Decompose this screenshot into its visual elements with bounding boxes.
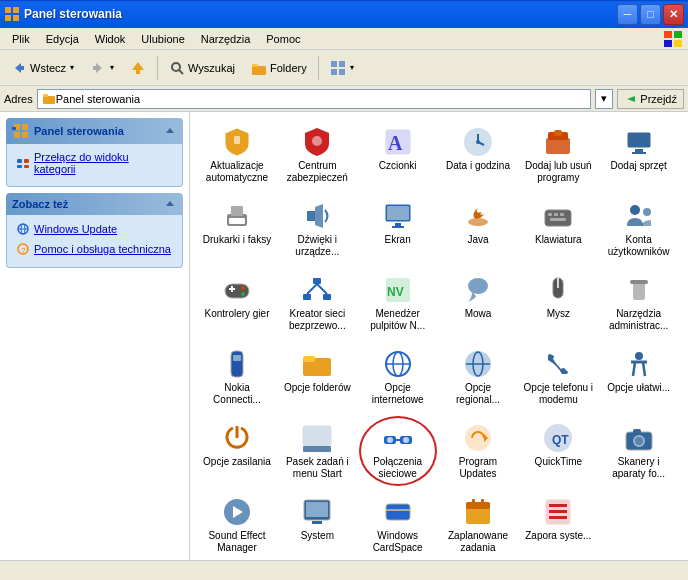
svg-rect-20	[331, 69, 337, 75]
up-button[interactable]	[123, 54, 153, 82]
sidebar-section-also-body: Windows Update ? Pomoc i obsługa technic…	[6, 215, 183, 268]
icon-item-opcje-tel[interactable]: Opcje telefonu i modemu	[519, 342, 597, 412]
icon-item-ekran[interactable]: Ekran	[359, 194, 437, 264]
ekran-label: Ekran	[385, 234, 411, 246]
svg-text:QT: QT	[552, 433, 569, 447]
svg-rect-89	[231, 351, 243, 377]
close-button[interactable]: ✕	[663, 4, 684, 25]
menu-pomoc[interactable]: Pomoc	[258, 31, 308, 47]
icon-item-dzwieki[interactable]: Dźwięki i urządze...	[278, 194, 356, 264]
sidebar-link-windows-update[interactable]: Windows Update	[15, 221, 174, 237]
icon-item-program[interactable]: Program Updates	[439, 416, 517, 486]
icon-item-system[interactable]: System	[278, 490, 356, 560]
opcje-int-label: Opcje internetowe	[363, 382, 433, 406]
forward-button[interactable]: ▾	[83, 54, 121, 82]
klawiatura-label: Klawiatura	[535, 234, 582, 246]
dzwieki-label: Dźwięki i urządze...	[282, 234, 352, 258]
menu-plik[interactable]: Plik	[4, 31, 38, 47]
address-dropdown[interactable]: ▾	[595, 89, 613, 109]
icon-item-kreator[interactable]: Kreator sieci bezprzewo...	[278, 268, 356, 338]
icon-item-opcje-int[interactable]: Opcje internetowe	[359, 342, 437, 412]
icon-item-zapora[interactable]: Zapora syste...	[519, 490, 597, 560]
svg-text:NV: NV	[387, 285, 404, 299]
opcje-reg-icon	[462, 348, 494, 380]
back-button[interactable]: Wstecz ▾	[4, 54, 81, 82]
opcje-zasil-icon	[221, 422, 253, 454]
icon-item-pasek[interactable]: Pasek zadań i menu Start	[278, 416, 356, 486]
icon-item-opcje-reg[interactable]: Opcje regional...	[439, 342, 517, 412]
icon-item-klawiatura[interactable]: Klawiatura	[519, 194, 597, 264]
svg-rect-17	[252, 64, 258, 67]
svg-rect-53	[635, 149, 643, 152]
ekran-icon	[382, 200, 414, 232]
svg-rect-66	[548, 213, 552, 216]
sidebar-also-title: Zobacz też	[12, 198, 68, 210]
klawiatura-icon	[542, 200, 574, 232]
back-arrow: ▾	[70, 63, 74, 72]
aktualizacje-icon	[221, 126, 253, 158]
main-layout: Panel sterowania Przełącz do widoku kate…	[0, 112, 688, 560]
maximize-button[interactable]: □	[640, 4, 661, 25]
svg-point-84	[468, 278, 488, 294]
svg-rect-51	[554, 130, 562, 136]
icon-item-sound[interactable]: Sound Effect Manager	[198, 490, 276, 560]
svg-rect-77	[313, 278, 321, 284]
help-icon: ?	[16, 242, 30, 256]
polaczenia-icon	[382, 422, 414, 454]
sound-label: Sound Effect Manager	[202, 530, 272, 554]
svg-rect-29	[12, 127, 16, 130]
icon-item-polaczenia[interactable]: Połączenia sieciowe	[359, 416, 437, 486]
icon-item-konta[interactable]: Konta użytkowników	[600, 194, 678, 264]
icon-item-windows-card[interactable]: Windows CardSpace	[359, 490, 437, 560]
icon-item-mowa[interactable]: Mowa	[439, 268, 517, 338]
icon-item-zaplanowane[interactable]: Zaplanowane zadania	[439, 490, 517, 560]
svg-rect-74	[231, 286, 233, 292]
icon-item-mysz[interactable]: Mysz	[519, 268, 597, 338]
address-input[interactable]	[56, 93, 587, 105]
data-icon	[462, 126, 494, 158]
go-button[interactable]: Przejdź	[617, 89, 684, 109]
svg-rect-61	[387, 206, 409, 220]
icon-item-menedzer[interactable]: NVMenedżer pulpitów N...	[359, 268, 437, 338]
icon-item-data[interactable]: Data i godzina	[439, 120, 517, 190]
icon-item-centrum[interactable]: Centrum zabezpieczeń	[278, 120, 356, 190]
folders-button[interactable]: Foldery	[244, 54, 314, 82]
icon-item-czcionki[interactable]: ACzcionki	[359, 120, 437, 190]
icon-item-narzedzia[interactable]: Narzędzia administrac...	[600, 268, 678, 338]
sidebar-link-help[interactable]: ? Pomoc i obsługa techniczna	[15, 241, 174, 257]
icon-item-opcje-fold[interactable]: Opcje folderów	[278, 342, 356, 412]
sidebar-link-category[interactable]: Przełącz do widoku kategorii	[15, 150, 174, 176]
czcionki-icon: A	[382, 126, 414, 158]
view-button[interactable]: ▾	[323, 54, 361, 82]
svg-text:?: ?	[21, 246, 26, 255]
icon-item-quicktime[interactable]: QTQuickTime	[519, 416, 597, 486]
icon-item-java[interactable]: Java	[439, 194, 517, 264]
svg-rect-131	[549, 516, 567, 519]
icon-item-kontrolery[interactable]: Kontrolery gier	[198, 268, 276, 338]
menu-narzedzia[interactable]: Narzędzia	[193, 31, 259, 47]
program-label: Program Updates	[443, 456, 513, 480]
windows-update-label: Windows Update	[34, 223, 117, 235]
zaplanowane-icon	[462, 496, 494, 528]
svg-marker-59	[315, 204, 323, 228]
search-button[interactable]: Wyszukaj	[162, 54, 242, 82]
icon-item-drukarki[interactable]: Drukarki i faksy	[198, 194, 276, 264]
pasek-label: Pasek zadań i menu Start	[282, 456, 352, 480]
menu-widok[interactable]: Widok	[87, 31, 134, 47]
menu-edycja[interactable]: Edycja	[38, 31, 87, 47]
icon-item-opcje-ulatw[interactable]: Opcje ułatwi...	[600, 342, 678, 412]
minimize-button[interactable]: ─	[617, 4, 638, 25]
icon-item-aktualizacje[interactable]: Aktualizacje automatyczne	[198, 120, 276, 190]
icon-item-dodaj-sprzet[interactable]: Dodaj sprzęt	[600, 120, 678, 190]
icon-item-skanery[interactable]: Skanery i aparaty fo...	[600, 416, 678, 486]
icon-item-dodaj[interactable]: Dodaj lub usuń programy	[519, 120, 597, 190]
svg-rect-4	[664, 31, 672, 38]
icon-item-opcje-zasil[interactable]: Opcje zasilania	[198, 416, 276, 486]
svg-rect-18	[331, 61, 337, 67]
menu-ulubione[interactable]: Ulubione	[133, 31, 192, 47]
switch-category-label: Przełącz do widoku kategorii	[34, 151, 173, 175]
help-label: Pomoc i obsługa techniczna	[34, 243, 171, 255]
go-icon	[624, 92, 638, 106]
icon-item-nokia[interactable]: Nokia Connecti...	[198, 342, 276, 412]
zapora-label: Zapora syste...	[525, 530, 591, 542]
